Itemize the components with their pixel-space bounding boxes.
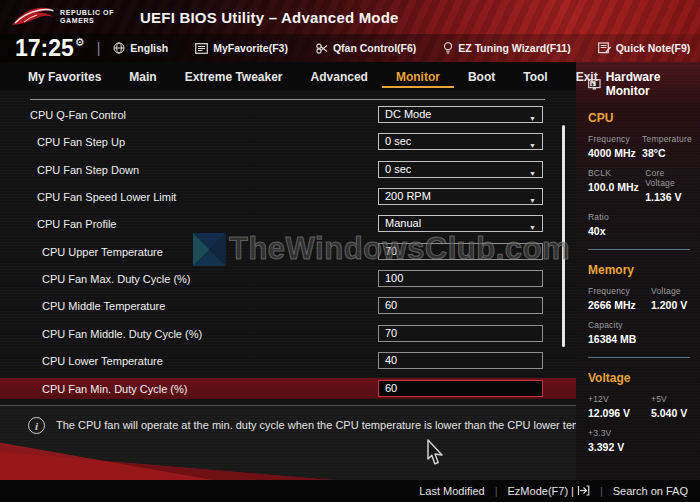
hwm-stat-value: 1.200 V bbox=[651, 299, 687, 311]
info-icon: i bbox=[28, 417, 45, 434]
setting-row-cpu-fan-min-duty-cycle[interactable]: CPU Fan Min. Duty Cycle (%)60 bbox=[0, 378, 576, 399]
gear-icon[interactable]: ⚙ bbox=[75, 36, 85, 48]
red-wing-decoration bbox=[0, 436, 250, 480]
toolbar-item-quick-note-f9[interactable]: Quick Note(F9) bbox=[598, 42, 691, 54]
hwm-divider bbox=[588, 249, 690, 250]
qfan-icon bbox=[315, 43, 328, 54]
setting-row-cpu-upper-temperature[interactable]: CPU Upper Temperature70 bbox=[0, 241, 576, 262]
toolbar-item-qfan-control-f6[interactable]: Qfan Control(F6) bbox=[315, 42, 416, 54]
hwm-stat-value: 5.040 V bbox=[651, 407, 687, 419]
cpu-fan-middle-duty-cycle-input[interactable]: 70 bbox=[378, 325, 543, 342]
hwm-stat-value: 100.0 MHz bbox=[588, 181, 645, 193]
setting-row-cpu-fan-speed-lower-limit[interactable]: CPU Fan Speed Lower Limit200 RPM▼ bbox=[0, 186, 576, 207]
hwm-stat-bclk: BCLK100.0 MHz bbox=[588, 168, 645, 203]
dropdown-arrow-icon: ▼ bbox=[529, 166, 536, 181]
setting-row-cpu-fan-profile[interactable]: CPU Fan ProfileManual▼ bbox=[0, 213, 576, 234]
setting-label: CPU Fan Middle. Duty Cycle (%) bbox=[42, 328, 202, 340]
toolbar-item-label: Quick Note(F9) bbox=[616, 42, 691, 54]
clock-time: 17:25 bbox=[15, 36, 74, 60]
hwm-stat-value: 40x bbox=[588, 225, 609, 237]
tab-monitor[interactable]: Monitor bbox=[382, 65, 454, 88]
hwm-stat-label: +12V bbox=[588, 394, 651, 404]
settings-list: CPU Q-Fan ControlDC Mode▼CPU Fan Step Up… bbox=[0, 104, 576, 404]
brand-text: REPUBLIC OF GAMERS bbox=[60, 9, 114, 25]
tab-extreme-tweaker[interactable]: Extreme Tweaker bbox=[171, 65, 297, 88]
hwm-stat-12v: +12V12.096 V bbox=[588, 394, 651, 419]
toolbar-item-label: MyFavorite(F3) bbox=[213, 42, 288, 54]
footer-last-modified[interactable]: Last Modified bbox=[419, 485, 484, 497]
hwm-stat-label: Temperature bbox=[642, 134, 692, 144]
setting-label: CPU Fan Speed Lower Limit bbox=[37, 191, 176, 203]
toolbar-item-myfavorite-f3[interactable]: MyFavorite(F3) bbox=[195, 42, 288, 54]
hwm-row: Ratio40x bbox=[588, 212, 692, 237]
cpu-fan-max-duty-cycle-input[interactable]: 100 bbox=[378, 270, 543, 287]
footer-ezmode-f7[interactable]: EzMode(F7)| bbox=[508, 485, 590, 498]
ezmode-arrow-icon bbox=[577, 485, 590, 498]
hwm-row: Frequency2666 MHzVoltage1.200 V bbox=[588, 286, 692, 311]
toolbar-divider: | bbox=[97, 40, 101, 56]
dropdown-arrow-icon: ▼ bbox=[529, 138, 536, 153]
toolbar-item-english[interactable]: English bbox=[113, 42, 168, 54]
cpu-fan-profile-dropdown[interactable]: Manual▼ bbox=[378, 215, 543, 232]
content-divider bbox=[30, 99, 545, 100]
cpu-upper-temperature-input[interactable]: 70 bbox=[378, 243, 543, 260]
tab-advanced[interactable]: Advanced bbox=[297, 65, 382, 88]
tab-boot[interactable]: Boot bbox=[454, 65, 509, 88]
toolbar-item-label: English bbox=[130, 42, 168, 54]
mouse-cursor bbox=[424, 438, 446, 466]
toolbar-item-label: EZ Tuning Wizard(F11) bbox=[458, 42, 570, 54]
hwm-section-title-cpu: CPU bbox=[588, 111, 692, 125]
hwm-stat-ratio: Ratio40x bbox=[588, 212, 609, 237]
cpu-fan-speed-lower-limit-dropdown[interactable]: 200 RPM▼ bbox=[378, 188, 543, 205]
setting-row-cpu-fan-step-down[interactable]: CPU Fan Step Down0 sec▼ bbox=[0, 159, 576, 180]
toolbar-item-ez-tuning-wizard-f11[interactable]: EZ Tuning Wizard(F11) bbox=[443, 42, 570, 55]
footer-search-on-faq[interactable]: Search on FAQ bbox=[613, 485, 688, 497]
setting-row-cpu-q-fan-control[interactable]: CPU Q-Fan ControlDC Mode▼ bbox=[0, 104, 576, 125]
setting-row-cpu-fan-step-up[interactable]: CPU Fan Step Up0 sec▼ bbox=[0, 131, 576, 152]
setting-row-cpu-middle-temperature[interactable]: CPU Middle Temperature60 bbox=[0, 295, 576, 316]
tab-my-favorites[interactable]: My Favorites bbox=[14, 65, 115, 88]
hwm-stat-label: Voltage bbox=[651, 286, 687, 296]
hwm-row: Frequency4000 MHzTemperature38°C bbox=[588, 134, 692, 159]
hwm-stat-value: 3.392 V bbox=[588, 441, 624, 453]
hwm-stat-value: 12.096 V bbox=[588, 407, 651, 419]
settings-panel: CPU Q-Fan ControlDC Mode▼CPU Fan Step Up… bbox=[0, 90, 576, 405]
setting-value: 60 bbox=[385, 381, 397, 396]
clock-settings[interactable]: 17:25 ⚙ bbox=[15, 36, 85, 60]
cpu-fan-step-down-dropdown[interactable]: 0 sec▼ bbox=[378, 161, 543, 178]
favorite-icon bbox=[195, 43, 208, 54]
footer-divider: | bbox=[600, 485, 603, 497]
tab-tool[interactable]: Tool bbox=[509, 65, 561, 88]
dropdown-arrow-icon: ▼ bbox=[529, 111, 536, 126]
footer-label: EzMode(F7) bbox=[508, 485, 569, 497]
cpu-lower-temperature-input[interactable]: 40 bbox=[378, 352, 543, 369]
setting-row-cpu-fan-middle-duty-cycle[interactable]: CPU Fan Middle. Duty Cycle (%)70 bbox=[0, 323, 576, 344]
footer-label: Last Modified bbox=[419, 485, 484, 497]
scrollbar[interactable] bbox=[562, 125, 565, 347]
hwm-stat-value: 2666 MHz bbox=[588, 299, 651, 311]
cpu-fan-min-duty-cycle-input[interactable]: 60 bbox=[378, 380, 543, 397]
hwm-stat-frequency: Frequency4000 MHz bbox=[588, 134, 642, 159]
setting-row-cpu-lower-temperature[interactable]: CPU Lower Temperature40 bbox=[0, 350, 576, 371]
setting-row-cpu-fan-max-duty-cycle[interactable]: CPU Fan Max. Duty Cycle (%)100 bbox=[0, 268, 576, 289]
footer-divider: | bbox=[495, 485, 498, 497]
setting-label: CPU Lower Temperature bbox=[42, 355, 163, 367]
hwm-divider bbox=[588, 357, 690, 358]
cpu-middle-temperature-input[interactable]: 60 bbox=[378, 297, 543, 314]
hwm-stat-core-voltage: Core Voltage1.136 V bbox=[645, 168, 692, 203]
hwm-stat-capacity: Capacity16384 MB bbox=[588, 320, 636, 345]
menu-tab-bar: My FavoritesMainExtreme TweakerAdvancedM… bbox=[0, 62, 576, 90]
setting-value: DC Mode bbox=[385, 107, 431, 122]
setting-label: CPU Q-Fan Control bbox=[30, 109, 126, 121]
cpu-fan-step-up-dropdown[interactable]: 0 sec▼ bbox=[378, 133, 543, 150]
dropdown-arrow-icon: ▼ bbox=[529, 193, 536, 208]
hwm-stat-label: Core Voltage bbox=[645, 168, 692, 188]
cpu-q-fan-control-dropdown[interactable]: DC Mode▼ bbox=[378, 106, 543, 123]
setting-label: CPU Fan Profile bbox=[37, 218, 116, 230]
hwm-stat-label: Frequency bbox=[588, 286, 651, 296]
tab-main[interactable]: Main bbox=[115, 65, 170, 88]
setting-value: 200 RPM bbox=[385, 189, 431, 204]
setting-value: 40 bbox=[385, 353, 397, 368]
bottom-bar: Last Modified|EzMode(F7)||Search on FAQ bbox=[0, 480, 700, 502]
tab-exit[interactable]: Exit bbox=[562, 65, 612, 88]
